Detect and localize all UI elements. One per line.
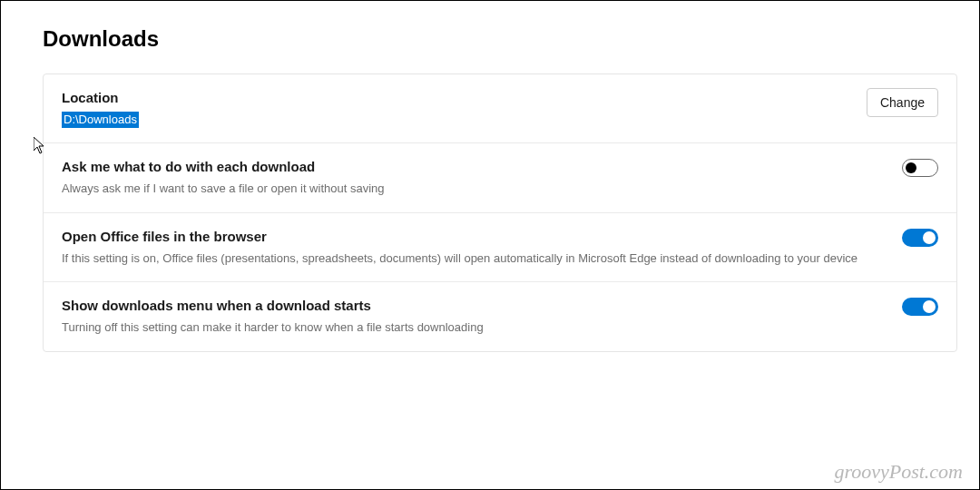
open-office-row: Open Office files in the browser If this… <box>44 213 956 283</box>
showmenu-title: Show downloads menu when a download star… <box>62 296 884 315</box>
show-downloads-menu-row: Show downloads menu when a download star… <box>44 282 956 351</box>
location-path[interactable]: D:\Downloads <box>62 112 139 128</box>
open-office-toggle[interactable] <box>902 229 938 247</box>
office-desc: If this setting is on, Office files (pre… <box>62 250 884 268</box>
ask-title: Ask me what to do with each download <box>62 157 884 176</box>
ask-text: Ask me what to do with each download Alw… <box>62 157 902 198</box>
ask-each-download-toggle[interactable] <box>902 159 938 177</box>
page-title: Downloads <box>1 1 979 52</box>
location-text: Location D:\Downloads <box>62 88 867 128</box>
ask-desc: Always ask me if I want to save a file o… <box>62 180 884 198</box>
location-label: Location <box>62 88 848 107</box>
watermark: groovyPost.com <box>834 460 963 484</box>
downloads-settings-card: Location D:\Downloads Change Ask me what… <box>43 74 957 352</box>
change-location-button[interactable]: Change <box>867 88 938 117</box>
office-title: Open Office files in the browser <box>62 227 884 246</box>
showmenu-desc: Turning off this setting can make it har… <box>62 318 884 337</box>
office-text: Open Office files in the browser If this… <box>62 227 902 268</box>
showmenu-text: Show downloads menu when a download star… <box>62 296 902 337</box>
location-row: Location D:\Downloads Change <box>44 74 956 143</box>
show-downloads-menu-toggle[interactable] <box>902 298 938 316</box>
ask-each-download-row: Ask me what to do with each download Alw… <box>44 143 956 213</box>
